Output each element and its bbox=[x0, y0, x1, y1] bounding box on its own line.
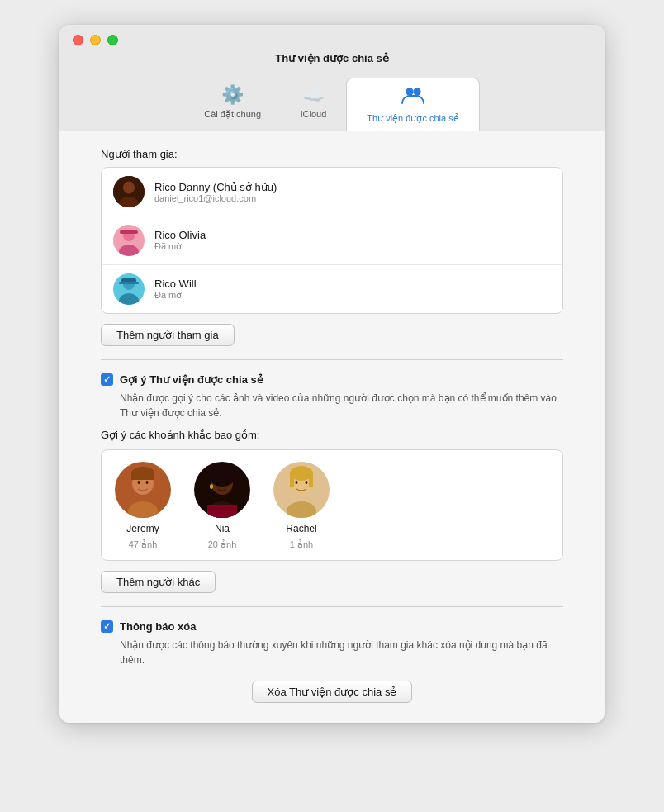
delete-library-button[interactable]: Xóa Thư viện được chia sẻ bbox=[252, 681, 413, 703]
title-bar: Thư viện được chia sẻ ⚙️ Cài đặt chung ☁… bbox=[59, 25, 605, 131]
notifications-checkbox-row: Thông báo xóa bbox=[101, 620, 563, 633]
suggestion-person: Jeremy 47 ảnh bbox=[115, 462, 171, 550]
avatar bbox=[194, 462, 250, 518]
bottom-actions: Xóa Thư viện được chia sẻ bbox=[101, 681, 563, 703]
svg-point-24 bbox=[210, 484, 213, 489]
maximize-button[interactable] bbox=[107, 35, 118, 45]
avatar bbox=[113, 176, 145, 207]
svg-rect-8 bbox=[120, 230, 138, 234]
suggestion-name: Rachel bbox=[286, 523, 316, 534]
svg-rect-32 bbox=[290, 473, 294, 487]
close-button[interactable] bbox=[73, 35, 83, 45]
tab-general[interactable]: ⚙️ Cài đặt chung bbox=[184, 78, 281, 131]
svg-point-20 bbox=[146, 481, 149, 484]
suggestion-person: Rachel 1 ảnh bbox=[273, 462, 330, 550]
tab-icloud-label: iCloud bbox=[301, 109, 326, 119]
svg-rect-33 bbox=[309, 473, 313, 487]
svg-rect-17 bbox=[131, 473, 154, 480]
people-icon bbox=[401, 85, 424, 110]
tab-general-label: Cài đặt chung bbox=[204, 109, 261, 120]
notifications-section: Thông báo xóa Nhận được các thông báo th… bbox=[101, 620, 563, 667]
participants-label: Người tham gia: bbox=[101, 148, 563, 160]
svg-point-26 bbox=[216, 482, 219, 485]
svg-point-0 bbox=[406, 88, 413, 96]
member-info: Rico Olivia Đã mời bbox=[154, 229, 206, 252]
suggestion-name: Nia bbox=[215, 523, 230, 534]
suggestions-description: Nhận được gợi ý cho các ảnh và video của… bbox=[120, 391, 563, 420]
member-info: Rico Will Đã mời bbox=[154, 278, 197, 301]
member-row: Rico Olivia Đã mời bbox=[102, 216, 562, 265]
svg-point-19 bbox=[138, 481, 140, 484]
participants-section: Người tham gia: Rico Danny (Chủ sở hữu) … bbox=[101, 148, 563, 346]
svg-point-36 bbox=[306, 481, 308, 484]
suggestion-person: Nia 20 ảnh bbox=[194, 462, 250, 550]
svg-point-27 bbox=[226, 482, 229, 485]
notifications-description: Nhận được các thông báo thường xuyên khi… bbox=[120, 638, 563, 667]
suggestion-count: 47 ảnh bbox=[129, 539, 158, 550]
member-name: Rico Olivia bbox=[154, 229, 206, 241]
avatar bbox=[113, 273, 145, 305]
divider bbox=[101, 606, 563, 607]
svg-point-35 bbox=[296, 481, 298, 484]
svg-point-3 bbox=[123, 182, 135, 194]
tab-bar: ⚙️ Cài đặt chung ☁️ iCloud Thư viện được… bbox=[184, 78, 479, 131]
suggestion-count: 1 ảnh bbox=[290, 539, 313, 550]
notifications-checkbox[interactable] bbox=[101, 620, 113, 633]
tab-shared-label: Thư viện được chia sẻ bbox=[367, 113, 458, 124]
svg-point-23 bbox=[209, 467, 235, 487]
member-email: daniel_rico1@icloud.com bbox=[154, 193, 277, 203]
suggestions-checkbox-label: Gợi ý Thư viện được chia sẻ bbox=[120, 373, 263, 386]
svg-rect-13 bbox=[119, 282, 139, 284]
member-status: Đã mời bbox=[154, 241, 206, 252]
member-name: Rico Danny (Chủ sở hữu) bbox=[154, 181, 277, 193]
main-content: Người tham gia: Rico Danny (Chủ sở hữu) … bbox=[59, 131, 605, 723]
suggestions-list-label: Gợi ý các khoảnh khắc bao gồm: bbox=[101, 429, 563, 441]
avatar bbox=[113, 225, 145, 256]
member-info: Rico Danny (Chủ sở hữu) daniel_rico1@icl… bbox=[154, 181, 277, 203]
minimize-button[interactable] bbox=[90, 35, 101, 45]
add-others-button[interactable]: Thêm người khác bbox=[101, 571, 216, 593]
gear-icon: ⚙️ bbox=[221, 84, 244, 106]
avatar bbox=[273, 462, 330, 518]
tab-shared[interactable]: Thư viện được chia sẻ bbox=[346, 78, 479, 131]
svg-point-1 bbox=[413, 88, 420, 96]
suggestion-name: Jeremy bbox=[126, 523, 159, 534]
add-participant-button[interactable]: Thêm người tham gia bbox=[101, 324, 235, 346]
member-row: Rico Will Đã mời bbox=[102, 265, 562, 313]
member-row: Rico Danny (Chủ sở hữu) daniel_rico1@icl… bbox=[102, 168, 562, 216]
members-list: Rico Danny (Chủ sở hữu) daniel_rico1@icl… bbox=[101, 167, 563, 314]
main-window: Thư viện được chia sẻ ⚙️ Cài đặt chung ☁… bbox=[59, 25, 605, 723]
cloud-icon: ☁️ bbox=[302, 84, 325, 106]
divider bbox=[101, 359, 563, 360]
suggestions-box: Jeremy 47 ảnh bbox=[101, 449, 563, 561]
notifications-checkbox-label: Thông báo xóa bbox=[120, 620, 196, 633]
member-name: Rico Will bbox=[154, 278, 197, 290]
suggestion-count: 20 ảnh bbox=[208, 539, 237, 550]
svg-rect-28 bbox=[207, 505, 237, 518]
suggestions-section: Gợi ý Thư viện được chia sẻ Nhận được gợ… bbox=[101, 373, 563, 593]
window-title: Thư viện được chia sẻ bbox=[275, 52, 389, 64]
member-status: Đã mời bbox=[154, 290, 197, 301]
suggestions-checkbox[interactable] bbox=[101, 373, 113, 386]
avatar bbox=[115, 462, 171, 518]
tab-icloud[interactable]: ☁️ iCloud bbox=[281, 78, 346, 131]
traffic-lights bbox=[73, 35, 118, 45]
suggestions-checkbox-row: Gợi ý Thư viện được chia sẻ bbox=[101, 373, 563, 386]
